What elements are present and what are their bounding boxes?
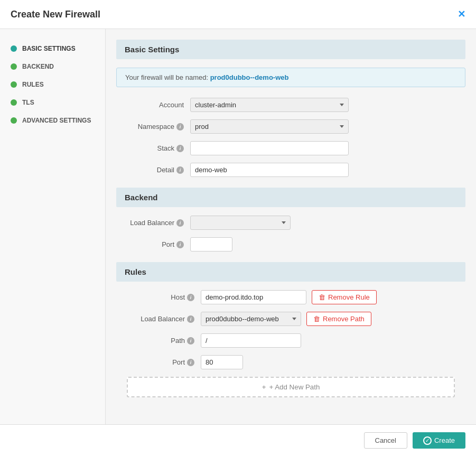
basic-settings-section: Basic Settings Your firewall will be nam…: [116, 40, 465, 177]
sidebar-item-advanced-settings-label: ADVANCED SETTINGS: [22, 117, 91, 124]
backend-lb-select[interactable]: [190, 216, 291, 230]
host-label: Host i: [122, 293, 201, 301]
firewall-name-banner: Your firewall will be named: prod0dubbo-…: [116, 68, 465, 87]
sidebar-item-backend[interactable]: BACKEND: [0, 58, 105, 76]
add-new-path-button[interactable]: + + Add New Path: [127, 377, 455, 397]
basic-settings-dot: [11, 45, 17, 52]
account-row: Account cluster-admin: [116, 98, 465, 112]
rules-port-input[interactable]: [201, 355, 243, 369]
backend-lb-row: Load Balancer i: [116, 216, 465, 230]
detail-row: Detail i: [116, 163, 465, 177]
sidebar-item-advanced-settings[interactable]: ADVANCED SETTINGS: [0, 111, 105, 129]
namespace-help-icon[interactable]: i: [176, 123, 184, 131]
sidebar-item-tls[interactable]: TLS: [0, 94, 105, 111]
backend-port-input[interactable]: [190, 237, 232, 252]
rules-header: Rules: [116, 262, 465, 282]
detail-help-icon[interactable]: i: [176, 166, 184, 174]
modal-header: Create New Firewall ✕: [0, 0, 476, 29]
sidebar-item-backend-label: BACKEND: [22, 63, 54, 70]
remove-rule-trash-icon: 🗑: [319, 293, 325, 301]
modal-footer: Cancel ✓ Create: [0, 424, 476, 456]
sidebar-item-basic-settings[interactable]: BASIC SETTINGS: [0, 40, 105, 58]
create-check-icon: ✓: [423, 436, 432, 445]
host-row: Host i 🗑 Remove Rule: [116, 290, 465, 304]
stack-help-icon[interactable]: i: [176, 145, 184, 152]
host-input[interactable]: [201, 290, 306, 304]
stack-row: Stack i: [116, 141, 465, 155]
rules-port-label: Port i: [122, 358, 201, 366]
remove-path-trash-icon: 🗑: [313, 315, 320, 323]
backend-port-help-icon[interactable]: i: [176, 241, 184, 248]
backend-port-row: Port i: [116, 237, 465, 252]
sidebar-item-rules[interactable]: RULES: [0, 76, 105, 94]
path-input[interactable]: [201, 333, 301, 348]
path-label: Path i: [122, 337, 201, 345]
sidebar-item-tls-label: TLS: [22, 99, 34, 106]
rules-port-help-icon[interactable]: i: [187, 359, 194, 366]
cancel-button[interactable]: Cancel: [364, 432, 407, 449]
rules-lb-select[interactable]: prod0dubbo--demo-web: [201, 312, 301, 326]
add-path-container: + + Add New Path: [116, 377, 465, 403]
account-label: Account: [122, 101, 190, 109]
backend-port-label: Port i: [122, 240, 190, 248]
rules-lb-row: Load Balancer i prod0dubbo--demo-web 🗑 R…: [116, 312, 465, 326]
account-select[interactable]: cluster-admin: [190, 98, 349, 112]
namespace-label: Namespace i: [122, 123, 190, 131]
remove-path-button[interactable]: 🗑 Remove Path: [306, 312, 371, 326]
add-path-plus-icon: +: [262, 383, 266, 391]
backend-dot: [11, 63, 17, 70]
backend-header: Backend: [116, 188, 465, 207]
modal-title: Create New Firewall: [11, 9, 100, 20]
firewall-name-prefix: Your firewall will be named:: [125, 73, 208, 81]
sidebar-item-rules-label: RULES: [22, 81, 44, 88]
stack-input[interactable]: [190, 141, 349, 155]
path-row: Path i: [116, 333, 465, 348]
create-firewall-modal: Create New Firewall ✕ BASIC SETTINGS BAC…: [0, 0, 476, 456]
rules-port-row: Port i: [116, 355, 465, 369]
basic-settings-header: Basic Settings: [116, 40, 465, 59]
rules-section: Rules Host i 🗑 Remove Rule: [116, 262, 465, 403]
advanced-settings-dot: [11, 117, 17, 124]
create-button[interactable]: ✓ Create: [413, 432, 465, 449]
close-button[interactable]: ✕: [458, 8, 465, 20]
backend-lb-help-icon[interactable]: i: [176, 219, 184, 227]
detail-label: Detail i: [122, 166, 190, 174]
path-help-icon[interactable]: i: [187, 337, 194, 345]
stack-label: Stack i: [122, 144, 190, 152]
sidebar: BASIC SETTINGS BACKEND RULES TLS ADVANCE…: [0, 29, 106, 424]
backend-lb-label: Load Balancer i: [122, 219, 190, 227]
namespace-row: Namespace i prod: [116, 119, 465, 134]
rules-lb-help-icon[interactable]: i: [187, 315, 194, 323]
modal-body: BASIC SETTINGS BACKEND RULES TLS ADVANCE…: [0, 29, 476, 424]
backend-section: Backend Load Balancer i Port: [116, 188, 465, 252]
sidebar-item-basic-settings-label: BASIC SETTINGS: [22, 45, 76, 52]
namespace-select[interactable]: prod: [190, 119, 349, 134]
firewall-name-value: prod0dubbo--demo-web: [210, 73, 289, 81]
rules-dot: [11, 81, 17, 88]
host-help-icon[interactable]: i: [187, 294, 194, 301]
tls-dot: [11, 99, 17, 106]
rules-lb-label: Load Balancer i: [122, 315, 201, 323]
main-content: Basic Settings Your firewall will be nam…: [106, 29, 476, 424]
remove-rule-button[interactable]: 🗑 Remove Rule: [312, 290, 377, 304]
detail-input[interactable]: [190, 163, 349, 177]
